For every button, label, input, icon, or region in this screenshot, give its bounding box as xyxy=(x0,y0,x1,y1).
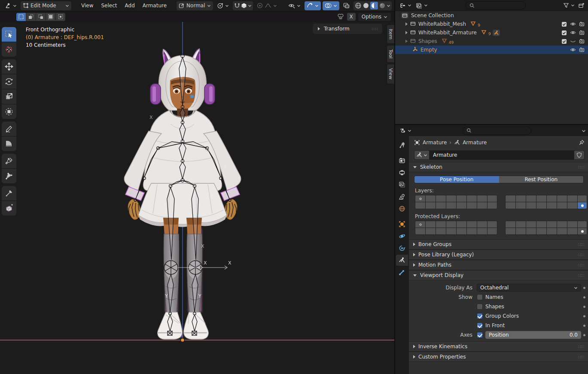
eye-visibility-icon[interactable] xyxy=(570,30,576,35)
decorator-dot[interactable] xyxy=(581,325,587,327)
shading-material-icon[interactable] xyxy=(370,2,378,9)
tool-roll[interactable] xyxy=(2,154,16,168)
tab-physics[interactable] xyxy=(396,231,408,242)
decorator-dot[interactable] xyxy=(581,296,587,298)
editor-type-button[interactable] xyxy=(3,1,19,10)
select-mode-intersect-button[interactable] xyxy=(56,13,65,21)
eye-visibility-icon[interactable] xyxy=(570,21,576,27)
select-mode-extend-button[interactable] xyxy=(26,13,36,21)
outliner-row-scene-collection[interactable]: Scene Collection xyxy=(395,11,588,20)
tab-object-data-armature[interactable] xyxy=(396,255,408,266)
mode-dropdown[interactable]: Edit Mode xyxy=(21,1,71,10)
new-collection-icon[interactable] xyxy=(578,3,585,9)
proportional-editing-group[interactable] xyxy=(255,1,279,10)
show-overlays-toggle[interactable] xyxy=(323,1,339,10)
names-checkbox[interactable] xyxy=(477,294,483,300)
outliner-filter-button[interactable] xyxy=(562,1,576,10)
tab-scene[interactable] xyxy=(396,191,408,202)
fake-user-shield-button[interactable] xyxy=(574,150,585,160)
sidebar-tab-item[interactable]: Item xyxy=(387,24,394,44)
panel-custom-properties-header[interactable]: Custom Properties ∷∷ xyxy=(409,352,588,362)
sidebar-tab-view[interactable]: View xyxy=(387,64,394,84)
in-front-checkbox[interactable] xyxy=(477,322,483,328)
tool-scale[interactable] xyxy=(2,89,16,104)
panel-grip-icon[interactable]: ∷∷ xyxy=(578,273,585,278)
panel-grip-icon[interactable]: ∷∷ xyxy=(578,263,585,268)
tab-render[interactable] xyxy=(396,155,408,166)
shapes-checkbox[interactable] xyxy=(477,304,483,310)
breadcrumb-object[interactable]: Armature xyxy=(423,140,447,146)
chevron-down-icon[interactable] xyxy=(248,4,252,8)
camera-render-icon[interactable] xyxy=(579,39,585,44)
panel-pose-library-header[interactable]: Pose Library (Legacy) ∷∷ xyxy=(409,249,588,260)
panel-skeleton-header[interactable]: Skeleton ∷∷ xyxy=(409,162,588,172)
select-mode-subtract-button[interactable] xyxy=(36,13,46,21)
tab-object-constraints[interactable] xyxy=(396,243,408,254)
panel-grip-icon[interactable]: ∷∷ xyxy=(578,252,585,257)
tool-rotate[interactable] xyxy=(2,74,16,89)
menu-select[interactable]: Select xyxy=(98,1,120,10)
layers-block-1[interactable] xyxy=(415,195,497,209)
breadcrumb-data[interactable]: Armature xyxy=(463,140,487,146)
snap-target-icon[interactable] xyxy=(241,3,247,9)
outliner-editor-type-button[interactable] xyxy=(399,1,412,10)
eye-hidden-icon[interactable] xyxy=(570,39,576,44)
chevron-down-icon[interactable] xyxy=(387,4,390,8)
tab-world[interactable] xyxy=(396,203,408,214)
tool-transform[interactable] xyxy=(2,104,16,119)
viewport-3d[interactable]: X X Y Y Y Y Y X X X xyxy=(0,12,394,374)
tool-annotate[interactable] xyxy=(2,122,16,136)
shading-solid-icon[interactable] xyxy=(363,2,369,9)
outliner-search-input[interactable] xyxy=(466,1,526,9)
outliner-row-empty[interactable]: Empty xyxy=(395,46,588,54)
panel-grip-icon[interactable]: ∷∷ xyxy=(578,165,585,170)
tab-object[interactable] xyxy=(396,219,408,230)
outliner-row-shapes[interactable]: Shapes 49 xyxy=(395,37,588,46)
camera-render-icon[interactable] xyxy=(579,30,585,35)
decorator-dot[interactable] xyxy=(581,287,587,289)
tool-measure[interactable] xyxy=(2,137,16,151)
object-visibility-dropdown[interactable] xyxy=(286,1,303,10)
expand-arrow-icon[interactable] xyxy=(405,40,408,43)
chevron-down-icon[interactable] xyxy=(315,4,319,8)
panel-bone-groups-header[interactable]: Bone Groups ∷∷ xyxy=(409,239,588,249)
sidebar-tab-tool[interactable]: Tool xyxy=(387,45,394,63)
chevron-down-icon[interactable] xyxy=(582,129,585,133)
expand-arrow-icon[interactable] xyxy=(405,31,408,34)
tool-bone-envelope[interactable] xyxy=(2,169,16,183)
selectable-checkbox-icon[interactable] xyxy=(561,39,567,44)
properties-editor-type-button[interactable] xyxy=(399,126,412,135)
expand-arrow-icon[interactable] xyxy=(405,22,408,26)
layers-block-2[interactable] xyxy=(505,195,588,209)
tool-extrude[interactable] xyxy=(2,201,16,216)
panel-grip-icon[interactable]: ∷∷ xyxy=(372,27,378,31)
object-origin-point[interactable] xyxy=(181,338,185,342)
camera-render-icon[interactable] xyxy=(579,47,585,52)
select-mode-set-button[interactable] xyxy=(16,13,26,21)
tab-view-layer[interactable] xyxy=(396,179,408,190)
show-gizmo-toggle[interactable] xyxy=(305,1,321,10)
tool-bone-size[interactable] xyxy=(2,186,16,201)
protected-block-2[interactable] xyxy=(505,221,588,235)
camera-render-icon[interactable] xyxy=(579,21,585,27)
tool-move[interactable] xyxy=(2,59,16,74)
transform-orientation-dropdown[interactable]: Normal xyxy=(177,1,213,10)
selectable-checkbox-icon[interactable] xyxy=(561,30,567,36)
select-mode-invert-button[interactable] xyxy=(46,13,55,21)
mirror-x-toggle[interactable]: X xyxy=(347,13,356,21)
outliner-display-mode-button[interactable] xyxy=(415,1,429,10)
transform-panel-header[interactable]: Transform ∷∷ xyxy=(313,24,382,34)
datablock-name-field[interactable]: Armature xyxy=(429,150,574,160)
options-dropdown[interactable]: Options xyxy=(358,13,391,21)
protected-block-1[interactable] xyxy=(415,221,497,235)
eye-visibility-icon[interactable] xyxy=(570,47,576,52)
decorator-dot[interactable] xyxy=(581,334,587,336)
tab-tool[interactable] xyxy=(396,140,408,151)
menu-add[interactable]: Add xyxy=(122,1,138,10)
panel-viewport-display-header[interactable]: Viewport Display ∷∷ xyxy=(409,270,588,280)
pose-position-button[interactable]: Pose Position xyxy=(414,176,499,183)
rest-position-button[interactable]: Rest Position xyxy=(499,176,584,183)
group-colors-checkbox[interactable] xyxy=(477,313,483,319)
panel-grip-icon[interactable]: ∷∷ xyxy=(578,242,585,247)
shading-wireframe-icon[interactable] xyxy=(355,2,362,9)
